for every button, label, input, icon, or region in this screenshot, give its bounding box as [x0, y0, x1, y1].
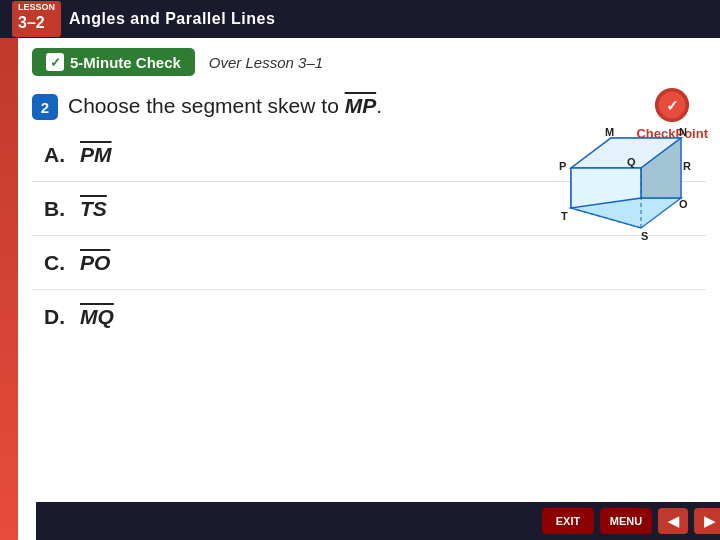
lesson-number: 3–2 [18, 14, 45, 31]
answer-letter-b: B. [44, 197, 66, 221]
answer-letter-c: C. [44, 251, 66, 275]
svg-text:O: O [679, 198, 688, 210]
svg-text:Q: Q [627, 156, 636, 168]
menu-button[interactable]: MENU [600, 508, 652, 534]
over-lesson-text: Over Lesson 3–1 [209, 54, 323, 71]
five-min-badge: ✓ 5-Minute Check [32, 48, 195, 76]
question-segment: MP [345, 94, 377, 117]
svg-text:T: T [561, 210, 568, 222]
answer-text-b: TS [80, 197, 107, 221]
svg-text:P: P [559, 160, 566, 172]
answer-letter-d: D. [44, 305, 66, 329]
svg-text:R: R [683, 160, 691, 172]
checkpoint-icon: ✓ [653, 86, 691, 124]
answer-text-c: PO [80, 251, 110, 275]
svg-text:M: M [605, 128, 614, 138]
question-text-before: Choose the segment skew to [68, 94, 345, 117]
svg-text:S: S [641, 230, 648, 242]
header-bar: LESSON 3–2 Angles and Parallel Lines [0, 0, 720, 38]
next-button[interactable]: ▶ [694, 508, 720, 534]
cube-svg: M N Q R P O T S [551, 128, 706, 258]
svg-text:N: N [679, 128, 687, 138]
prev-button[interactable]: ◀ [658, 508, 688, 534]
check-icon: ✓ [46, 53, 64, 71]
left-accent-bar [0, 38, 18, 540]
main-content: ✓ 5-Minute Check Over Lesson 3–1 ✓ Check… [18, 38, 720, 540]
cube-diagram: M N Q R P O T S [551, 128, 706, 258]
question-number: 2 [32, 94, 58, 120]
five-min-label: 5-Minute Check [70, 54, 181, 71]
exit-button[interactable]: EXIT [542, 508, 594, 534]
answer-text-a: PM [80, 143, 112, 167]
question-period: . [376, 94, 382, 117]
question-text: Choose the segment skew to MP. [68, 92, 382, 119]
question-row: 2 Choose the segment skew to MP. [32, 92, 706, 120]
bottom-nav-bar: EXIT MENU ◀ ▶ [36, 502, 720, 540]
five-min-bar: ✓ 5-Minute Check Over Lesson 3–1 [18, 38, 720, 84]
answer-text-d: MQ [80, 305, 114, 329]
answer-letter-a: A. [44, 143, 66, 167]
lesson-badge: LESSON 3–2 [12, 1, 61, 36]
svg-text:✓: ✓ [666, 97, 679, 114]
answer-row-d[interactable]: D. MQ [32, 290, 706, 344]
header-title: Angles and Parallel Lines [69, 10, 275, 28]
question-section: 2 Choose the segment skew to MP. [18, 84, 720, 120]
lesson-label: LESSON [18, 3, 55, 12]
